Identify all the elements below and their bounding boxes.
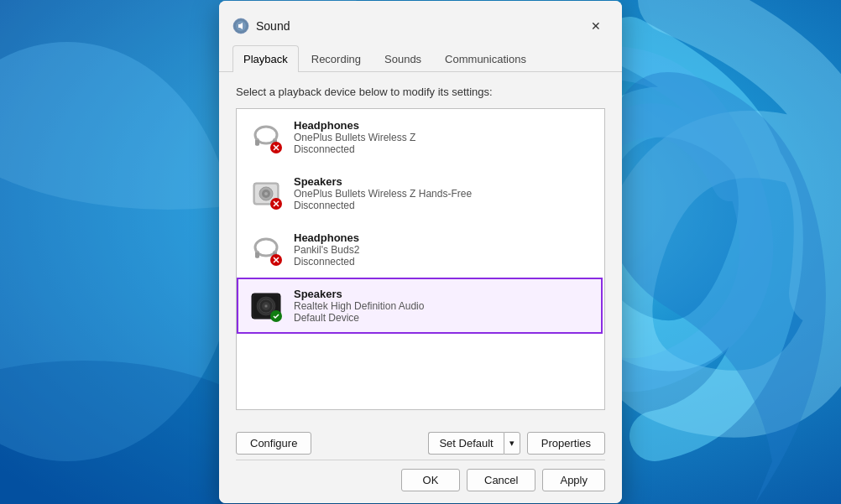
list-item[interactable]: Speakers Realtek High Definition Audio D… [237,278,603,334]
status-default-badge [270,310,282,322]
properties-button[interactable]: Properties [527,432,605,455]
device-info: Speakers Realtek High Definition Audio D… [294,288,591,324]
device-status: Default Device [294,312,591,324]
device-name: Speakers [294,288,591,300]
ok-button[interactable]: OK [401,469,460,491]
device-status: Disconnected [294,256,591,268]
sound-dialog: Sound ✕ Playback Recording Sounds Commun… [219,1,622,503]
list-item[interactable]: Headphones Pankil's Buds2 Disconnected [237,221,603,278]
device-desc: OnePlus Bullets Wireless Z Hands-Free [294,188,591,200]
svg-rect-20 [255,252,259,257]
svg-rect-10 [255,140,259,145]
device-name: Headphones [294,231,591,244]
device-desc: Realtek High Definition Audio [294,300,591,312]
list-item[interactable]: Speakers OnePlus Bullets Wireless Z Hand… [237,165,603,221]
title-left: Sound [232,18,290,34]
close-button[interactable]: ✕ [583,13,609,39]
device-name: Speakers [294,175,591,188]
device-status: Disconnected [294,200,591,211]
device-info: Headphones OnePlus Bullets Wireless Z Di… [294,119,591,155]
status-disconnected-badge [270,142,282,153]
svg-point-16 [264,192,268,195]
set-default-arrow[interactable]: ▾ [504,432,520,455]
status-disconnected-badge [270,198,282,210]
cancel-button[interactable]: Cancel [467,469,535,491]
list-item[interactable]: Headphones OnePlus Bullets Wireless Z Di… [237,109,603,165]
status-disconnected-badge [270,254,282,266]
apply-button[interactable]: Apply [542,469,605,491]
set-default-button[interactable]: Set Default [428,432,503,455]
device-icon-speakers-2 [248,288,284,324]
tab-bar: Playback Recording Sounds Communications [219,44,622,72]
tab-recording[interactable]: Recording [300,45,372,72]
device-list-container: Headphones OnePlus Bullets Wireless Z Di… [236,108,605,410]
title-bar: Sound ✕ [219,1,622,41]
configure-button[interactable]: Configure [236,432,311,455]
tab-content: Select a playback device below to modify… [219,72,622,423]
tab-communications[interactable]: Communications [434,45,537,72]
device-info: Headphones Pankil's Buds2 Disconnected [294,231,591,268]
action-buttons: Configure Set Default ▾ Properties [219,423,622,460]
dialog-overlay: Sound ✕ Playback Recording Sounds Commun… [0,0,841,504]
device-icon-headphones-2 [248,232,284,268]
device-info: Speakers OnePlus Bullets Wireless Z Hand… [294,175,591,211]
device-status: Disconnected [294,143,591,155]
instruction-text: Select a playback device below to modify… [236,86,605,98]
tab-sounds[interactable]: Sounds [373,45,432,72]
dialog-title: Sound [256,19,290,33]
device-icon-headphones-1 [248,120,284,155]
dialog-footer: OK Cancel Apply [219,460,622,503]
device-list: Headphones OnePlus Bullets Wireless Z Di… [237,109,604,409]
device-name: Headphones [294,119,591,132]
device-desc: Pankil's Buds2 [294,244,591,256]
sound-icon [232,18,249,34]
device-desc: OnePlus Bullets Wireless Z [294,132,591,143]
svg-point-28 [265,305,267,307]
set-default-group: Set Default ▾ [428,432,520,455]
device-icon-speakers-1 [248,176,284,211]
tab-playback[interactable]: Playback [232,45,299,72]
